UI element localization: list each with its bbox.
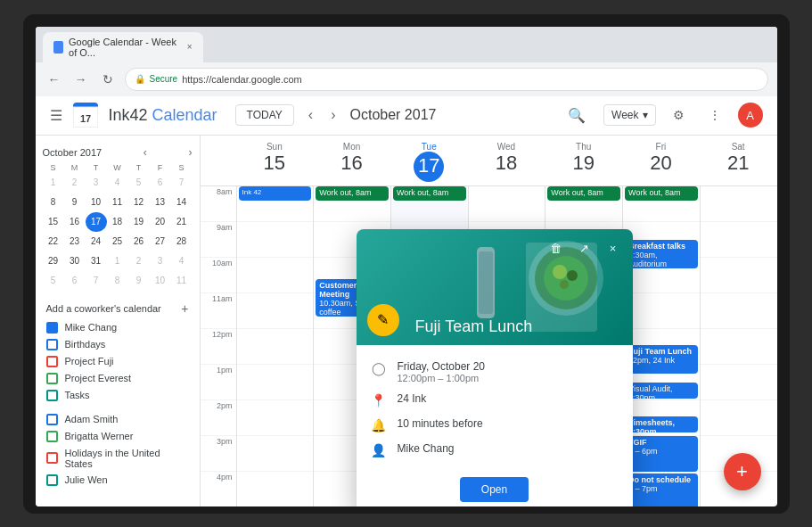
back-btn[interactable]: ← [45,70,64,89]
calendar-checkbox[interactable] [46,414,58,425]
view-dropdown-icon: ▾ [643,109,648,121]
calendar-item-brigatta-werner[interactable]: Brigatta Werner [36,428,200,445]
calendar-checkbox[interactable] [46,356,58,367]
calendar-item-adam-smith[interactable]: Adam Smith [36,411,200,428]
mini-cal-date[interactable]: 31 [86,251,107,271]
mini-cal-date[interactable]: 11 [171,271,193,291]
calendar-item-julie-wen[interactable]: Julie Wen [36,472,200,489]
event-tgif[interactable]: TGIF5 – 6pm [625,436,698,472]
popup-delete-btn[interactable]: 🗑 [544,236,569,261]
event-ink42[interactable]: Ink 42 [239,186,312,201]
event-mon-workout[interactable]: Work out, 8am [316,186,389,201]
forward-btn[interactable]: → [71,70,91,89]
mini-cal-date[interactable]: 25 [107,232,128,251]
mini-cal-date[interactable]: 9 [64,193,86,212]
mini-cal-date[interactable]: 6 [150,173,171,193]
mini-cal-date[interactable]: 11 [107,193,128,212]
mini-cal-date[interactable]: 4 [107,173,128,193]
view-selector[interactable]: Week ▾ [603,104,655,126]
edit-icon: ✎ [377,311,389,328]
event-do-not-schedule[interactable]: Do not schedule6 – 7pm [625,473,698,506]
app-logo: 17 [73,103,98,128]
mini-cal-date[interactable]: 16 [64,212,86,232]
mini-cal-date[interactable]: 1 [43,173,64,193]
calendar-item-project-fuji[interactable]: Project Fuji [36,353,200,370]
today-button[interactable]: TODAY [235,104,294,126]
mini-cal-date[interactable]: 29 [43,251,64,271]
mini-cal-date[interactable]: 1 [107,251,128,271]
mini-cal-date[interactable]: 23 [64,232,86,251]
calendar-item-tasks[interactable]: Tasks [36,387,200,404]
address-bar[interactable]: 🔒 Secure https://calendar.google.com [125,68,768,91]
next-period-btn[interactable]: › [327,103,339,127]
mini-cal-date[interactable]: 10 [86,193,107,212]
tab-close-btn[interactable]: × [187,42,193,52]
calendar-item-project-everest[interactable]: Project Everest [36,370,200,387]
popup-close-btn[interactable]: × [601,236,626,261]
mini-cal-date[interactable]: 21 [171,212,193,232]
settings-icon[interactable]: ⚙ [667,103,692,128]
search-icon[interactable]: 🔍 [561,103,593,128]
event-visual-audit[interactable]: Visual Audit, 2:30pm [625,383,698,399]
mini-cal-date[interactable]: 3 [86,173,107,193]
open-event-btn[interactable]: Open [460,477,529,502]
mini-cal-date[interactable]: 12 [128,193,150,212]
popup-open-btn[interactable]: ↗ [572,236,597,261]
mini-cal-date[interactable]: 24 [86,232,107,251]
mini-cal-date[interactable]: 3 [150,251,171,271]
mini-cal-date[interactable]: 7 [171,173,193,193]
hamburger-icon[interactable]: ☰ [50,107,62,124]
add-coworker-calendar[interactable]: Add a coworker's calendar + [36,298,200,319]
refresh-btn[interactable]: ↻ [98,70,118,89]
mini-cal-date[interactable]: 28 [171,232,193,251]
event-fri-workout[interactable]: Work out, 8am [625,186,698,201]
mini-cal-date[interactable]: 10 [150,271,171,291]
mini-cal-date[interactable]: 26 [128,232,150,251]
calendar-checkbox[interactable] [46,373,58,384]
day-header-sat: Sat 21 [700,136,777,185]
mini-cal-date[interactable]: 30 [64,251,86,271]
mini-cal-date[interactable]: 20 [150,212,171,232]
mini-cal-date[interactable]: 27 [150,232,171,251]
apps-icon[interactable]: ⋮ [702,103,727,128]
mini-cal-date[interactable]: 6 [64,271,86,291]
browser-tab[interactable]: Google Calendar - Week of O... × [43,32,203,62]
popup-edit-button[interactable]: ✎ [367,304,399,336]
event-thu-workout[interactable]: Work out, 8am [547,186,620,201]
mini-cal-date[interactable]: 18 [107,212,128,232]
prev-period-btn[interactable]: ‹ [305,103,316,127]
calendar-checkbox[interactable] [46,474,58,486]
calendar-checkbox[interactable] [46,339,58,350]
mini-cal-date[interactable]: 15 [43,212,64,232]
mini-cal-prev[interactable]: ‹ [144,146,147,159]
event-timesheets[interactable]: Timesheets, 4:30pm [625,416,698,432]
mini-cal-title: October 2017 [43,147,103,158]
mini-cal-date[interactable]: 7 [86,271,107,291]
mini-cal-date[interactable]: 2 [128,251,150,271]
mini-cal-date[interactable]: 2 [64,173,86,193]
mini-cal-next[interactable]: › [189,146,193,159]
mini-cal-date[interactable]: 8 [107,271,128,291]
account-avatar[interactable]: A [738,103,763,128]
mini-cal-date[interactable]: 22 [43,232,64,251]
mini-cal-date[interactable]: 8 [43,193,64,212]
event-breakfast-talks[interactable]: Breakfast talks9:30am, Auditorium [625,240,698,268]
mini-cal-date[interactable]: 5 [128,173,150,193]
mini-cal-date[interactable]: 14 [171,193,193,212]
mini-cal-date[interactable]: 4 [171,251,193,271]
event-tue-workout[interactable]: Work out, 8am [393,186,466,201]
mini-cal-date[interactable]: 5 [43,271,64,291]
create-event-fab[interactable]: + [724,453,761,490]
mini-cal-date[interactable]: 17 [86,212,107,232]
calendar-checkbox[interactable] [46,322,58,333]
mini-cal-date[interactable]: 13 [150,193,171,212]
calendar-checkbox[interactable] [46,390,58,401]
mini-cal-date[interactable]: 19 [128,212,150,232]
calendar-checkbox[interactable] [46,431,58,442]
mini-cal-date[interactable]: 9 [128,271,150,291]
event-fuji-team-lunch[interactable]: Fuji Team Lunch12pm, 24 Ink [625,345,698,374]
calendar-item-birthdays[interactable]: Birthdays [36,336,200,353]
calendar-item-mike-chang[interactable]: Mike Chang [36,319,200,336]
calendar-checkbox[interactable] [46,452,58,464]
calendar-item-holidays-in-the-united-states[interactable]: Holidays in the United States [36,445,200,472]
